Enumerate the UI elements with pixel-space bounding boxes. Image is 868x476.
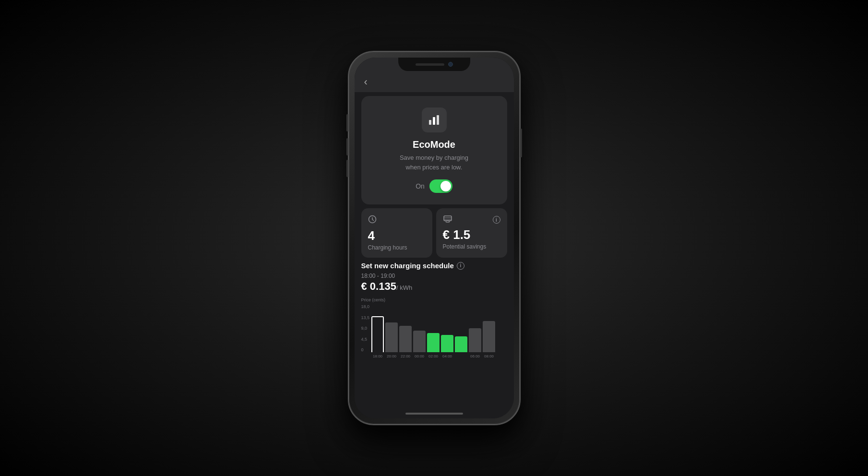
ecomode-toggle[interactable] (429, 179, 452, 193)
charging-hours-header (368, 215, 426, 226)
bar-0200[interactable] (427, 333, 440, 352)
savings-header: i (443, 215, 500, 225)
svg-point-4 (446, 221, 450, 223)
svg-rect-2 (437, 115, 439, 125)
schedule-info-icon[interactable]: i (457, 262, 464, 270)
svg-rect-1 (433, 117, 435, 125)
savings-icon (443, 215, 452, 225)
ecomode-description: Save money by charging when prices are l… (400, 153, 468, 172)
schedule-time: 18:00 - 19:00 (361, 273, 507, 279)
chart-bar-icon (428, 113, 441, 127)
bar-2000[interactable] (385, 322, 398, 352)
camera (448, 62, 453, 67)
svg-rect-0 (429, 120, 431, 125)
bar-0400b[interactable] (455, 336, 467, 352)
charging-hours-label: Charging hours (368, 244, 426, 251)
y-label-180: 18,0 (361, 304, 370, 309)
y-label-135: 13,5 (361, 315, 370, 320)
notch (398, 58, 470, 71)
x-label-2000: 20:00 (385, 354, 398, 358)
x-label-0800: 08:00 (483, 354, 495, 358)
bar-0400a[interactable] (441, 335, 453, 352)
ecomode-card: EcoMode Save money by charging when pric… (361, 96, 507, 204)
phone-wrapper: ‹ EcoMode Save money by charging w (348, 51, 521, 425)
speaker (416, 63, 444, 66)
x-label-1800: 18:00 (371, 354, 384, 358)
x-label-0000: 00:00 (413, 354, 426, 358)
savings-info-icon[interactable]: i (493, 216, 500, 224)
x-label-2200: 22:00 (399, 354, 412, 358)
price-unit: / kWh (396, 284, 412, 291)
phone-frame: ‹ EcoMode Save money by charging w (348, 51, 521, 425)
y-label-45: 4,5 (361, 337, 370, 342)
home-indicator (405, 413, 463, 415)
y-label-90: 9,0 (361, 326, 370, 331)
potential-savings-card: i € 1.5 Potential savings (436, 208, 507, 258)
clock-icon (368, 215, 377, 226)
bar-0000[interactable] (413, 331, 426, 352)
bar-2200[interactable] (399, 326, 412, 352)
phone-screen: ‹ EcoMode Save money by charging w (355, 58, 514, 418)
toggle-row: On (416, 179, 452, 193)
x-label-0600: 06:00 (469, 354, 481, 358)
back-button[interactable]: ‹ (364, 77, 368, 87)
ecomode-title: EcoMode (413, 139, 455, 150)
schedule-section: Set new charging schedule i 18:00 - 19:0… (361, 262, 507, 358)
bar-1800[interactable] (371, 316, 384, 352)
savings-value: € 1.5 (443, 227, 500, 242)
toggle-label: On (416, 182, 425, 190)
schedule-title: Set new charging schedule (361, 262, 454, 270)
stats-row: 4 Charging hours (361, 208, 507, 258)
eco-icon-wrap (422, 107, 447, 132)
schedule-header: Set new charging schedule i (361, 262, 507, 270)
savings-label: Potential savings (443, 243, 500, 250)
x-label-blank (455, 354, 467, 358)
bar-0600[interactable] (469, 328, 481, 352)
x-label-0400: 04:00 (441, 354, 453, 358)
y-label-0: 0 (361, 347, 370, 352)
bar-0800[interactable] (483, 321, 495, 352)
screen-content: ‹ EcoMode Save money by charging w (355, 58, 514, 418)
charging-hours-value: 4 (368, 228, 426, 243)
toggle-thumb (440, 181, 451, 191)
schedule-price: € 0.135/ kWh (361, 280, 507, 293)
chart-container: Price (cents) 18,0 13,5 9,0 4,5 0 (361, 298, 507, 358)
chart-y-title: Price (cents) (361, 298, 507, 302)
x-label-0200: 02:00 (427, 354, 440, 358)
charging-hours-card: 4 Charging hours (361, 208, 432, 258)
